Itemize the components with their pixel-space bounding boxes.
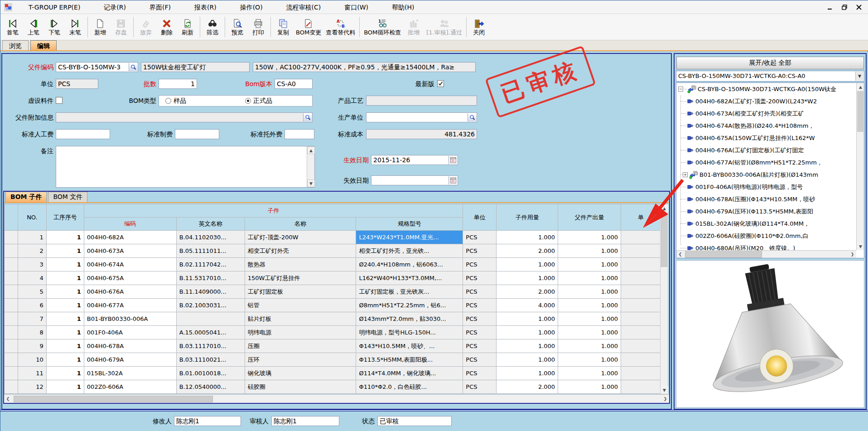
cell-qty[interactable]: 1.000 [497,367,558,380]
tree-node[interactable]: 004H0-679A(压环)(Φ113.5*H5MM,表面阳 [676,205,856,218]
toolbar-button-print[interactable]: 打印 [248,14,269,40]
cell-qty[interactable]: 1.000 [497,353,558,367]
grid-horizontal-scrollbar[interactable]: ❮ ❯ [4,394,669,403]
cell-unit[interactable]: PCS [463,285,497,299]
cell-no[interactable]: 4 [18,271,46,285]
column-header-sel[interactable] [5,204,18,231]
tab-edit[interactable]: 编辑 [30,40,57,50]
cell-name[interactable]: 相变工矿灯外壳 [245,244,356,258]
cell-pqty[interactable]: 1.000 [558,312,621,326]
cell-code[interactable]: 004H0-674A [84,258,176,271]
cell-spec[interactable]: Φ143*H10.5MM，喷砂、... [356,339,463,353]
cell-qty[interactable]: 1.000 [497,312,558,326]
cell-pqty[interactable]: 1.000 [558,285,621,299]
cell-en[interactable]: B.05.1111011... [176,244,245,258]
cell-code[interactable]: 001F0-406A [84,326,176,339]
cell-code[interactable]: 004H0-677A [84,299,176,312]
tree-node[interactable]: 004H0-676A(工矿灯固定板)(工矿灯固定 [676,144,856,156]
cell-sel[interactable] [5,258,18,271]
tree-vertical-scrollbar[interactable]: ▲ ▼ [856,83,864,250]
parent-extra-lookup-icon[interactable] [303,113,312,121]
scroll-left-icon[interactable]: ❮ [4,395,12,403]
toolbar-button-last[interactable]: 末笔 [65,14,86,40]
cell-extra[interactable] [621,299,661,312]
cell-extra[interactable] [621,258,661,271]
cell-code[interactable]: 004H0-678A [84,339,176,353]
close-button[interactable] [855,3,863,11]
column-header-seq[interactable]: 工序序号 [46,204,84,231]
batch-field[interactable]: 1 [159,79,197,89]
toolbar-button-copy[interactable]: 复制 [273,14,294,40]
cell-pqty[interactable]: 1.000 [558,258,621,271]
cell-no[interactable]: 7 [18,312,46,326]
cell-seq[interactable]: 1 [46,353,84,367]
cell-en[interactable] [176,312,245,326]
cell-no[interactable]: 2 [18,244,46,258]
bom-version-combo[interactable]: CS-BYB-O-150MW-30D71-WCTKG-A0:CS-A0 ▼ [676,71,864,82]
menu-item-0[interactable]: T-GROUP ERP(E) [17,0,92,14]
cell-en[interactable]: B.03.1110021... [176,353,245,367]
cell-unit[interactable]: PCS [463,258,497,271]
cell-seq[interactable]: 1 [46,299,84,312]
menu-item-3[interactable]: 报表(R) [183,0,228,14]
cell-spec[interactable]: 明纬电源，型号HLG-150H... [356,326,463,339]
bom-version-field[interactable]: CS-A0 [275,79,313,89]
dummy-part-checkbox[interactable] [56,97,63,104]
column-header-no[interactable]: NO. [18,204,46,231]
column-header-spec[interactable]: 规格型号 [356,218,463,231]
menu-item-5[interactable]: 流程审核(C) [275,0,333,14]
cell-en[interactable]: B.11.5317010... [176,271,245,285]
cell-name[interactable]: 贴片灯板 [245,312,356,326]
tree-node[interactable]: 004H0-682A(工矿灯-顶盖-200W)(L243*W2 [676,95,856,107]
scroll-down-icon[interactable]: ▼ [857,242,864,250]
toolbar-button-filter[interactable]: 筛选 [202,14,223,40]
cell-qty[interactable]: 1.000 [497,271,558,285]
remark-field[interactable]: ▲ ▼ [56,146,315,188]
tree-node[interactable]: +B01-BYB00330-006A(贴片灯板)(Ø143mm [676,169,856,181]
std-out-field[interactable] [285,129,314,139]
tree-node[interactable]: 004H0-677A(铝管)(Ø8mm*H51*T2.25mm， [676,156,856,169]
cell-qty[interactable]: 2.000 [497,285,558,299]
remark-scrollbar[interactable]: ▲ ▼ [307,146,314,187]
cell-sel[interactable] [5,380,18,394]
cell-sel[interactable] [5,367,18,380]
cell-spec[interactable]: Ø8mm*H51*T2.25mm，铝6... [356,299,463,312]
toolbar-button-first[interactable]: 首笔 [2,14,23,40]
parent-code-field[interactable]: CS-BYB-O-150MW-3 [56,62,138,72]
tree-root-node[interactable]: −CS-BYB-O-150MW-30D71-WCTKG-A0(150W钛金 [676,83,856,95]
expand-collapse-all-button[interactable]: 展开/收起 全部 [676,57,864,69]
cell-qty[interactable]: 4.000 [497,299,558,312]
scroll-right-icon[interactable]: ❯ [661,395,669,403]
cell-name[interactable]: 150W工矿灯悬挂件 [245,271,356,285]
scrollbar-thumb[interactable] [857,91,863,132]
tab-bom-files[interactable]: BOM 文件 [48,192,87,202]
cell-sel[interactable] [5,231,18,244]
menu-item-7[interactable]: 帮助(H) [380,0,426,14]
cell-code[interactable]: 004H0-679A [84,353,176,367]
cell-unit[interactable]: PCS [463,353,497,367]
cell-unit[interactable]: PCS [463,231,497,244]
cell-spec[interactable]: Φ113.5*H5MM,表面阳极... [356,353,463,367]
cell-code[interactable]: 015BL-302A [84,367,176,380]
minimize-button[interactable] [826,3,834,11]
scroll-down-icon[interactable]: ▼ [307,179,315,187]
toolbar-button-prev[interactable]: 上笔 [23,14,44,40]
grid-vertical-scrollbar[interactable]: ▲ ▼ [660,204,668,394]
prod-unit-lookup-icon[interactable] [468,113,476,121]
cell-en[interactable]: B.02.1117042... [176,258,245,271]
cell-extra[interactable] [621,353,661,367]
cell-pqty[interactable]: 1.000 [558,244,621,258]
scroll-down-icon[interactable]: ▼ [661,386,668,394]
cell-seq[interactable]: 1 [46,244,84,258]
cell-name[interactable]: 硅胶圈 [245,380,356,394]
tree-horizontal-scrollbar[interactable]: ❮ ❯ [676,250,856,258]
cell-no[interactable]: 10 [18,353,46,367]
cell-sel[interactable] [5,299,18,312]
latest-version-checkbox[interactable] [437,80,444,87]
tab-bom-children[interactable]: BOM 子件 [5,192,47,202]
cell-en[interactable]: B.03.1117010... [176,339,245,353]
cell-pqty[interactable]: 1.000 [558,231,621,244]
cell-pqty[interactable]: 1.000 [558,353,621,367]
cell-en[interactable]: B.02.1003031... [176,299,245,312]
cell-extra[interactable] [621,312,661,326]
